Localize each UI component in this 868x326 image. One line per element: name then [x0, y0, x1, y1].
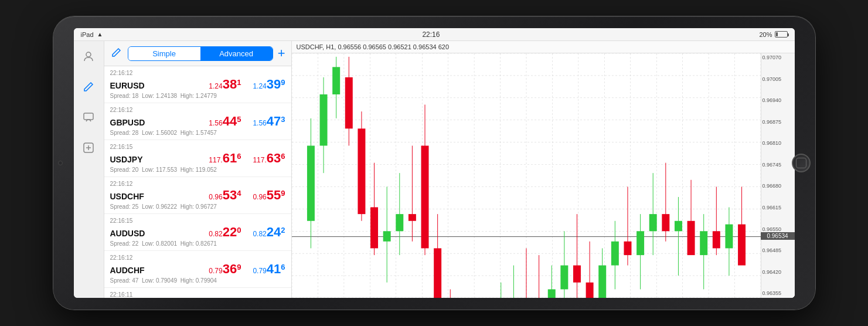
quote-detail: Spread: 20 Low: 117.553 High: 119.052: [110, 167, 285, 173]
wifi-icon: ▲: [97, 31, 103, 38]
battery-percent: 20%: [759, 31, 772, 38]
home-button-inner: [796, 158, 806, 168]
quote-prices: 1.24381 1.24399: [209, 77, 285, 92]
quote-time: 22:16:12: [110, 181, 285, 187]
status-right: 20%: [759, 31, 787, 38]
quote-row-eurusd[interactable]: 22:16:12 EURUSD 1.24381 1.24399: [104, 66, 291, 103]
quote-time: 22:16:12: [110, 254, 285, 261]
status-bar: iPad ▲ 22:16 20%: [74, 28, 795, 41]
pencil-toolbar-icon[interactable]: [110, 46, 123, 61]
segment-control[interactable]: Simple Advanced: [128, 46, 273, 61]
status-time: 22:16: [422, 30, 440, 39]
quote-main: USDCHF 0.96534 0.96559: [110, 188, 285, 203]
bid-group: 1.56445: [209, 114, 241, 129]
sidebar-user[interactable]: [78, 46, 99, 67]
ask-group: 1.24399: [253, 77, 285, 92]
bid-group: 0.96534: [209, 188, 241, 203]
svg-rect-1: [84, 113, 93, 120]
candlestick-chart: [292, 53, 761, 298]
ask-group: 0.79416: [253, 262, 285, 277]
chart-area: USDCHF, H1, 0.96556 0.96565 0.96521 0.96…: [292, 41, 795, 298]
sidebar-add[interactable]: [78, 137, 99, 158]
quote-detail: Spread: 47 Low: 0.79049 High: 0.79904: [110, 277, 285, 284]
chart-header: USDCHF, H1, 0.96556 0.96565 0.96521 0.96…: [292, 41, 795, 53]
quote-detail: Spread: 18 Low: 1.24138 High: 1.24779: [110, 93, 285, 99]
quotes-panel: Simple Advanced + 22:16:12 EURUSD 1.2: [104, 41, 292, 298]
quote-main: AUDUSD 0.82220 0.82242: [110, 225, 285, 240]
ask-group: 117.636: [253, 151, 285, 166]
quote-row-chfjpy[interactable]: 22:16:11 CHFJPY 121.816 121.848: [104, 288, 291, 298]
current-price-label: 0.96534: [761, 232, 795, 240]
quote-time: 22:16:12: [110, 70, 285, 76]
quote-time: 22:16:11: [110, 291, 285, 298]
simple-tab[interactable]: Simple: [128, 47, 200, 60]
chart-container[interactable]: 0.970700.970050.969400.968750.968100.967…: [292, 53, 795, 298]
ask-group: 0.96559: [253, 188, 285, 203]
quote-symbol: USDCHF: [110, 192, 151, 201]
quote-time: 22:16:15: [110, 218, 285, 224]
bid-group: 117.616: [209, 151, 241, 166]
quote-main: USDJPY 117.616 117.636: [110, 151, 285, 166]
ipad-screen: iPad ▲ 22:16 20%: [74, 28, 795, 298]
quote-prices: 117.616 117.636: [209, 151, 285, 166]
quote-detail: Spread: 25 Low: 0.96222 High: 0.96727: [110, 203, 285, 210]
ipad-device: iPad ▲ 22:16 20%: [53, 16, 815, 310]
add-symbol-button[interactable]: +: [278, 47, 285, 60]
quote-main: EURUSD 1.24381 1.24399: [110, 77, 285, 92]
quote-symbol: EURUSD: [110, 81, 151, 90]
quote-prices: 0.82220 0.82242: [209, 225, 285, 240]
quote-row-usdchf[interactable]: 22:16:12 USDCHF 0.96534 0.96559: [104, 177, 291, 214]
quote-main: GBPUSD 1.56445 1.56473: [110, 114, 285, 129]
svg-point-0: [86, 52, 91, 57]
bid-group: 0.82220: [209, 225, 241, 240]
quote-time: 22:16:12: [110, 107, 285, 113]
battery-indicator: [775, 31, 788, 38]
quote-time: 22:16:15: [110, 144, 285, 150]
advanced-tab[interactable]: Advanced: [200, 47, 273, 60]
quote-row-usdjpy[interactable]: 22:16:15 USDJPY 117.616 117.636: [104, 140, 291, 177]
quote-prices: 1.56445 1.56473: [209, 114, 285, 129]
status-left: iPad ▲: [81, 31, 103, 38]
quote-row-audusd[interactable]: 22:16:15 AUDUSD 0.82220 0.82242: [104, 214, 291, 251]
quote-symbol: AUDUSD: [110, 229, 151, 238]
quote-main: AUDCHF 0.79369 0.79416: [110, 262, 285, 277]
quote-row-audchf[interactable]: 22:16:12 AUDCHF 0.79369 0.79416: [104, 251, 291, 288]
quote-row-gbpusd[interactable]: 22:16:12 GBPUSD 1.56445 1.56473: [104, 103, 291, 140]
quotes-toolbar: Simple Advanced +: [104, 41, 291, 66]
bid-group: 1.24381: [209, 77, 241, 92]
bid-group: 0.79369: [209, 262, 241, 277]
camera-dot: [58, 161, 63, 165]
quote-symbol: AUDCHF: [110, 266, 151, 275]
sidebar-chat[interactable]: [78, 107, 99, 128]
home-button[interactable]: [792, 154, 811, 172]
quote-symbol: GBPUSD: [110, 118, 151, 127]
sidebar: [74, 41, 104, 298]
main-content: Simple Advanced + 22:16:12 EURUSD 1.2: [74, 41, 795, 298]
quote-symbol: USDJPY: [110, 155, 151, 164]
ask-group: 0.82242: [253, 225, 285, 240]
ask-group: 1.56473: [253, 114, 285, 129]
quote-detail: Spread: 28 Low: 1.56002 High: 1.57457: [110, 130, 285, 136]
price-axis: 0.970700.970050.969400.968750.968100.967…: [761, 53, 795, 298]
device-name: iPad: [81, 31, 94, 38]
sidebar-pencil[interactable]: [78, 76, 99, 97]
quote-prices: 0.79369 0.79416: [209, 262, 285, 277]
quote-prices: 0.96534 0.96559: [209, 188, 285, 203]
quotes-list: 22:16:12 EURUSD 1.24381 1.24399: [104, 66, 291, 298]
quote-detail: Spread: 22 Low: 0.82001 High: 0.82671: [110, 240, 285, 247]
